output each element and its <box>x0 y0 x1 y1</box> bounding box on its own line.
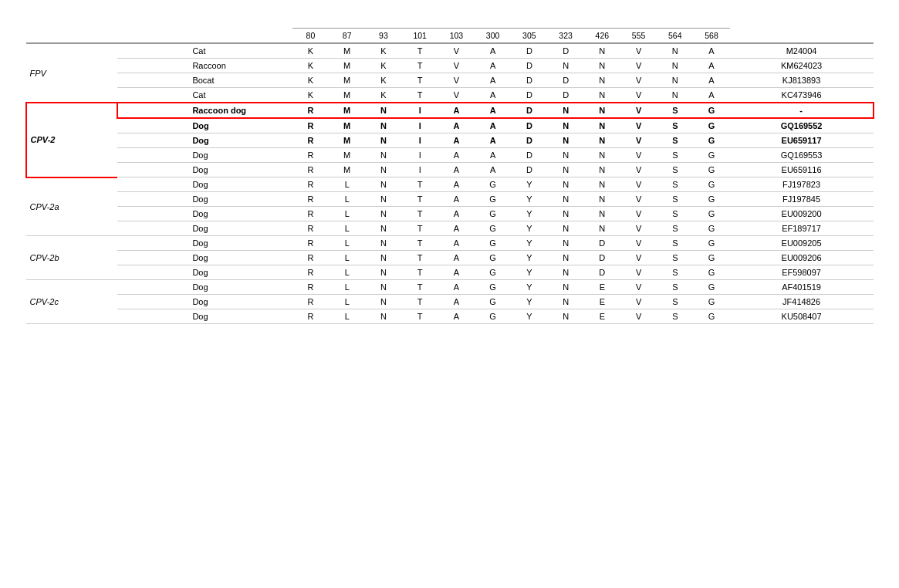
residue-cell-568: G <box>693 309 729 324</box>
residue-cell-305: Y <box>511 207 547 221</box>
residue-cell-80: R <box>292 177 329 192</box>
residue-cell-93: N <box>365 236 401 251</box>
residue-cell-305: D <box>511 118 547 133</box>
residue-cell-103: V <box>438 43 475 59</box>
residue-cell-93: N <box>365 309 401 324</box>
accession-cell: - <box>730 103 874 118</box>
residue-cell-87: M <box>329 59 365 73</box>
residue-cell-568: G <box>693 133 729 148</box>
isolate-cell <box>117 309 189 324</box>
residue-cell-426: N <box>584 221 620 236</box>
residue-cell-103: A <box>438 118 475 133</box>
residue-cell-80: R <box>292 309 329 324</box>
residue-cell-426: N <box>584 207 620 221</box>
residue-cell-555: V <box>620 148 657 163</box>
residue-cell-305: D <box>511 73 547 88</box>
virus-cell: CPV-2 <box>26 103 117 177</box>
host-cell: Dog <box>188 221 292 236</box>
residue-cell-426: N <box>584 73 620 88</box>
residue-cell-555: V <box>620 280 657 295</box>
accession-cell: KC473946 <box>730 88 874 103</box>
residue-cell-564: S <box>657 148 693 163</box>
residue-cell-87: M <box>329 73 365 88</box>
accession-cell: KM624023 <box>730 59 874 73</box>
table-row: CPV-2Raccoon dogRMNIAADNNVSG- <box>26 103 874 118</box>
residue-cell-323: N <box>547 295 583 309</box>
host-cell: Dog <box>188 192 292 207</box>
residue-cell-426: N <box>584 88 620 103</box>
residue-cell-80: R <box>292 192 329 207</box>
residue-cell-568: G <box>693 177 729 192</box>
accession-cell: EU009206 <box>730 251 874 265</box>
table-row: DogRMNIAADNNVSGGQ169552 <box>26 118 874 133</box>
virus-genotype-header <box>26 23 117 43</box>
virus-cell: CPV-2a <box>26 177 117 236</box>
residue-cell-323: N <box>547 133 583 148</box>
host-cell: Dog <box>188 265 292 280</box>
residue-cell-103: V <box>438 73 475 88</box>
residue-cell-93: K <box>365 59 401 73</box>
table-row: DogRLNTAGYNNVSGEU009200 <box>26 207 874 221</box>
residue-cell-103: A <box>438 251 475 265</box>
residue-cell-93: K <box>365 88 401 103</box>
residue-cell-93: N <box>365 103 401 118</box>
residue-cell-564: N <box>657 88 693 103</box>
residue-cell-426: E <box>584 309 620 324</box>
residue-cell-323: D <box>547 88 583 103</box>
residue-cell-564: S <box>657 177 693 192</box>
residue-cell-305: D <box>511 43 547 59</box>
isolate-cell <box>117 59 189 73</box>
residue-cell-555: V <box>620 251 657 265</box>
residue-cell-87: M <box>329 43 365 59</box>
residue-cell-101: T <box>402 236 438 251</box>
table-row: DogRLNTAGYNDVSGEU009206 <box>26 251 874 265</box>
position-header-305: 305 <box>511 29 547 44</box>
residue-cell-323: N <box>547 59 583 73</box>
residue-cell-80: R <box>292 148 329 163</box>
residue-cell-101: I <box>402 148 438 163</box>
table-row: DogRMNIAADNNVSGEU659117 <box>26 133 874 148</box>
residue-cell-101: I <box>402 118 438 133</box>
table-row: DogRMNIAADNNVSGEU659116 <box>26 163 874 177</box>
residue-cell-426: N <box>584 163 620 177</box>
residue-cell-300: G <box>475 221 511 236</box>
residue-cell-101: T <box>402 265 438 280</box>
residue-cell-555: V <box>620 73 657 88</box>
isolate-cell <box>117 207 189 221</box>
host-cell: Raccoon <box>188 59 292 73</box>
residue-cell-80: R <box>292 295 329 309</box>
accession-cell: GQ169553 <box>730 148 874 163</box>
table-row: DogRLNTAGYNNVSGFJ197845 <box>26 192 874 207</box>
residue-cell-323: N <box>547 207 583 221</box>
residue-cell-555: V <box>620 207 657 221</box>
host-cell: Dog <box>188 280 292 295</box>
residue-cell-103: A <box>438 103 475 118</box>
table-row: CPV-2bDogRLNTAGYNDVSGEU009205 <box>26 236 874 251</box>
residue-cell-564: N <box>657 73 693 88</box>
residue-cell-555: V <box>620 177 657 192</box>
residue-cell-103: A <box>438 163 475 177</box>
residue-cell-323: N <box>547 251 583 265</box>
residue-cell-87: L <box>329 236 365 251</box>
isolate-cell <box>117 133 189 148</box>
virus-cell: FPV <box>26 43 117 103</box>
residue-cell-555: V <box>620 118 657 133</box>
isolate-cell <box>117 118 189 133</box>
residue-cell-564: S <box>657 251 693 265</box>
residue-cell-93: N <box>365 118 401 133</box>
position-header-323: 323 <box>547 29 583 44</box>
isolates-header <box>117 23 189 43</box>
residue-cell-93: N <box>365 251 401 265</box>
residue-cell-103: A <box>438 265 475 280</box>
residue-cell-103: A <box>438 133 475 148</box>
residue-cell-555: V <box>620 133 657 148</box>
residue-cell-555: V <box>620 236 657 251</box>
residue-cell-300: G <box>475 207 511 221</box>
residue-cell-87: M <box>329 148 365 163</box>
position-header-426: 426 <box>584 29 620 44</box>
residue-cell-305: Y <box>511 251 547 265</box>
position-header-80: 80 <box>292 29 329 44</box>
residue-cell-101: T <box>402 280 438 295</box>
residue-cell-87: M <box>329 118 365 133</box>
host-cell: Dog <box>188 133 292 148</box>
